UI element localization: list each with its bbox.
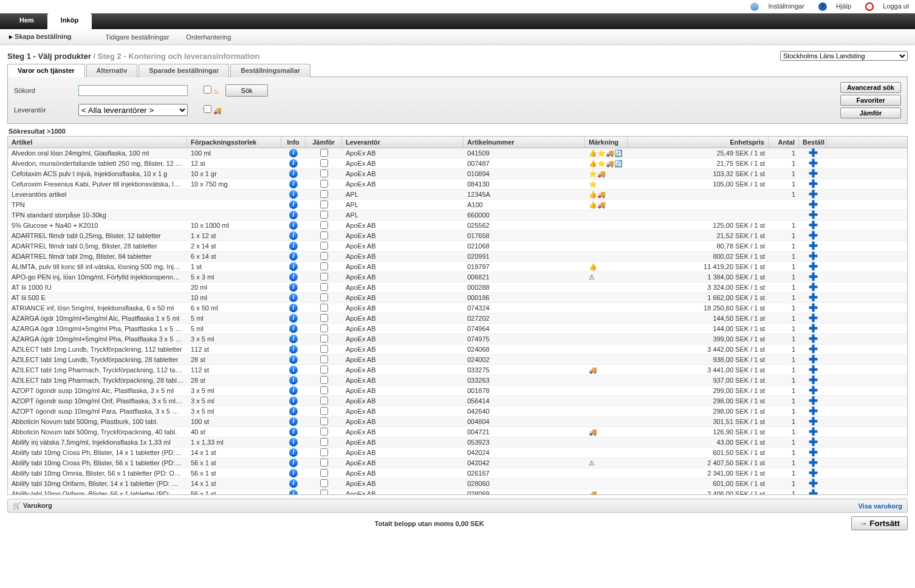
add-icon[interactable]: ✚ xyxy=(809,169,818,179)
info-icon[interactable]: i xyxy=(289,459,298,467)
compare-checkbox[interactable] xyxy=(320,335,328,343)
add-icon[interactable]: ✚ xyxy=(809,179,818,190)
table-row[interactable]: AZOPT ögondr susp 10mg/ml Orif, Plastfla… xyxy=(8,396,907,406)
col-qty[interactable]: Antal xyxy=(769,137,799,148)
compare-checkbox[interactable] xyxy=(320,386,328,394)
add-icon[interactable]: ✚ xyxy=(809,479,818,489)
supplier-select[interactable]: < Alla leverantörer > xyxy=(78,104,188,116)
compare-checkbox[interactable] xyxy=(320,221,328,229)
info-icon[interactable]: i xyxy=(289,221,298,230)
compare-checkbox[interactable] xyxy=(320,438,328,446)
info-icon[interactable]: i xyxy=(289,335,298,343)
add-icon[interactable]: ✚ xyxy=(809,231,818,241)
table-row[interactable]: Abilify tabl 10mg Omnia, Blister, 56 x 1… xyxy=(8,468,907,479)
add-icon[interactable]: ✚ xyxy=(809,148,818,159)
add-icon[interactable]: ✚ xyxy=(809,375,818,386)
col-supplier[interactable]: Leverantör xyxy=(342,137,464,148)
info-icon[interactable]: i xyxy=(289,448,298,457)
add-icon[interactable]: ✚ xyxy=(809,458,818,468)
table-row[interactable]: TPN standard storpåse 10-30kgiAPL660000✚ xyxy=(8,210,907,220)
tab-home[interactable]: Hem xyxy=(6,13,47,29)
table-row[interactable]: Cefuroxim Fresenius Kabi, Pulver till in… xyxy=(8,179,907,190)
compare-checkbox[interactable] xyxy=(320,231,328,239)
advanced-search-button[interactable]: Avancerad sök xyxy=(840,82,901,93)
info-icon[interactable]: i xyxy=(289,314,298,323)
info-icon[interactable]: i xyxy=(289,242,298,250)
add-icon[interactable]: ✚ xyxy=(809,448,818,458)
compare-checkbox[interactable] xyxy=(320,459,328,467)
compare-checkbox[interactable] xyxy=(320,355,328,363)
info-icon[interactable]: i xyxy=(289,293,298,302)
add-icon[interactable]: ✚ xyxy=(809,344,818,355)
compare-checkbox[interactable] xyxy=(320,366,328,374)
compare-checkbox[interactable] xyxy=(320,200,328,208)
tab-alternatives[interactable]: Alternativ xyxy=(86,64,138,77)
tab-purchase[interactable]: Inköp xyxy=(47,13,92,29)
info-icon[interactable]: i xyxy=(289,386,298,395)
info-icon[interactable]: i xyxy=(289,324,298,333)
add-icon[interactable]: ✚ xyxy=(809,365,818,375)
compare-checkbox[interactable] xyxy=(320,407,328,415)
info-icon[interactable]: i xyxy=(289,417,298,426)
table-row[interactable]: APO-go PEN inj, lösn 10mg/ml, Förfylld i… xyxy=(8,272,907,282)
info-icon[interactable]: i xyxy=(289,397,298,405)
add-icon[interactable]: ✚ xyxy=(809,437,818,448)
compare-checkbox[interactable] xyxy=(320,376,328,384)
compare-checkbox[interactable] xyxy=(320,397,328,405)
help-link[interactable]: ? Hjälp xyxy=(812,2,851,10)
info-icon[interactable]: i xyxy=(289,345,298,354)
keyword-checkbox[interactable] xyxy=(204,86,211,94)
add-icon[interactable]: ✚ xyxy=(809,355,818,365)
info-icon[interactable]: i xyxy=(289,159,298,168)
table-row[interactable]: AT Iii 500 E10 mliApoEx AB0001861 662,00… xyxy=(8,293,907,303)
table-row[interactable]: ADARTREL filmdr tabl 0,25mg, Blister, 12… xyxy=(8,231,907,241)
compare-checkbox[interactable] xyxy=(320,293,328,301)
info-icon[interactable]: i xyxy=(289,149,298,157)
table-row[interactable]: Abilify inj vätska 7,5mg/ml, Injektionsf… xyxy=(8,437,907,448)
add-icon[interactable]: ✚ xyxy=(809,468,818,479)
table-row[interactable]: Abboticin Novum tabl 500mg, Plastburk, 1… xyxy=(8,417,907,427)
add-icon[interactable]: ✚ xyxy=(809,386,818,396)
info-icon[interactable]: i xyxy=(289,469,298,477)
compare-checkbox[interactable] xyxy=(320,479,328,487)
table-row[interactable]: ADARTREL filmdr tabl 2mg, Blister, 84 ta… xyxy=(8,251,907,262)
info-icon[interactable]: i xyxy=(289,490,298,494)
col-price[interactable]: Enhetspris xyxy=(628,137,769,148)
table-row[interactable]: Abilify tabl 10mg Orifarm, Blister, 56 x… xyxy=(8,489,907,494)
table-row[interactable]: AZARGA ögdr 10mg/ml+5mg/ml Pha, Plastfla… xyxy=(8,334,907,344)
table-row[interactable]: TPNiAPLA100👍🚚✚ xyxy=(8,200,907,210)
compare-checkbox[interactable] xyxy=(320,490,328,495)
add-icon[interactable]: ✚ xyxy=(809,241,818,251)
add-icon[interactable]: ✚ xyxy=(809,417,818,427)
compare-checkbox[interactable] xyxy=(320,211,328,219)
logout-link[interactable]: Logga ut xyxy=(859,2,909,10)
subnav-previous-orders[interactable]: Tidigare beställningar xyxy=(106,33,170,41)
region-select[interactable]: Stockholms Läns Landsting xyxy=(780,51,908,61)
add-icon[interactable]: ✚ xyxy=(809,262,818,272)
col-article[interactable]: Artikel xyxy=(8,137,187,148)
info-icon[interactable]: i xyxy=(289,169,298,178)
compare-checkbox[interactable] xyxy=(320,417,328,425)
add-icon[interactable]: ✚ xyxy=(809,313,818,324)
table-row[interactable]: AZILECT tabl 1mg Pharmach, Tryckförpackn… xyxy=(8,365,907,375)
table-row[interactable]: AT Iii 1000 IU20 mliApoEx AB0002883 324,… xyxy=(8,282,907,293)
table-row[interactable]: ATRIANCE inf, lösn 5mg/ml, Injektionsfla… xyxy=(8,303,907,313)
compare-checkbox[interactable] xyxy=(320,273,328,281)
table-row[interactable]: ADARTREL filmdr tabl 0,5mg, Blister, 28 … xyxy=(8,241,907,251)
compare-checkbox[interactable] xyxy=(320,169,328,177)
compare-checkbox[interactable] xyxy=(320,345,328,353)
add-icon[interactable]: ✚ xyxy=(809,324,818,334)
tab-saved-orders[interactable]: Sparade beställningar xyxy=(139,64,229,77)
table-row[interactable]: AZILECT tabl 1mg Lundb, Tryckförpackning… xyxy=(8,355,907,365)
col-order[interactable]: Beställ xyxy=(799,137,827,148)
keyword-input[interactable] xyxy=(78,85,188,96)
compare-checkbox[interactable] xyxy=(320,469,328,477)
table-row[interactable]: Leverantörs artikeliAPL12345A👍🚚1✚ xyxy=(8,190,907,200)
table-row[interactable]: Alvedon oral lösn 24mg/ml, Glasflaska, 1… xyxy=(8,148,907,159)
info-icon[interactable]: i xyxy=(289,231,298,240)
add-icon[interactable]: ✚ xyxy=(809,282,818,293)
add-icon[interactable]: ✚ xyxy=(809,200,818,210)
add-icon[interactable]: ✚ xyxy=(809,190,818,200)
col-info[interactable]: Info xyxy=(281,137,306,148)
compare-button[interactable]: Jämför xyxy=(840,108,901,118)
